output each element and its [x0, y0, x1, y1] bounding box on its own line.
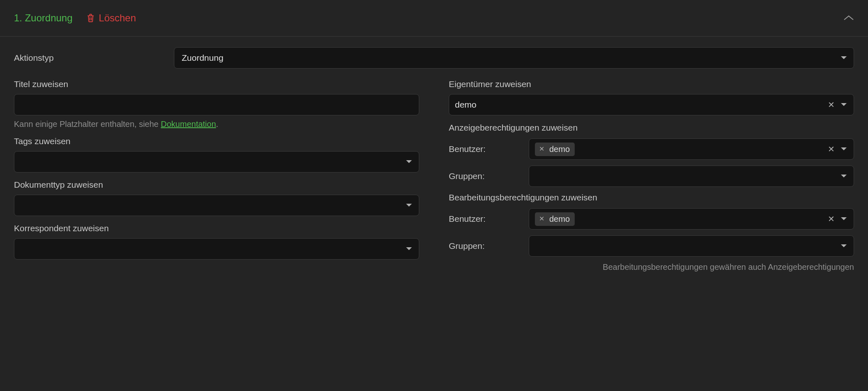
caret-down-icon	[841, 217, 847, 221]
assign-tags-select[interactable]	[14, 151, 419, 172]
clear-icon[interactable]: ✕	[828, 101, 835, 109]
edit-perms-label: Bearbeitungsberechtigungen zuweisen	[449, 193, 854, 202]
action-type-value: Zuordnung	[182, 53, 846, 63]
assign-correspondent-label: Korrespondent zuweisen	[14, 223, 419, 233]
clear-icon[interactable]: ✕	[828, 145, 835, 153]
view-users-select[interactable]: ✕ demo ✕	[529, 138, 854, 160]
trash-icon	[87, 14, 95, 23]
assign-owner-select[interactable]: demo ✕	[449, 94, 854, 115]
view-perms-label: Anzeigeberechtigungen zuweisen	[449, 123, 854, 133]
chip-remove-icon[interactable]: ✕	[539, 216, 544, 222]
view-groups-select[interactable]	[529, 166, 854, 187]
caret-down-icon	[406, 247, 412, 251]
assign-doctype-label: Dokumenttyp zuweisen	[14, 180, 419, 190]
assign-title-input[interactable]	[14, 94, 419, 115]
delete-button[interactable]: Löschen	[87, 12, 136, 24]
user-chip: ✕ demo	[535, 212, 575, 226]
assign-owner-label: Eigentümer zuweisen	[449, 79, 854, 89]
clear-icon[interactable]: ✕	[828, 215, 835, 223]
user-chip: ✕ demo	[535, 143, 575, 156]
assign-doctype-select[interactable]	[14, 195, 419, 216]
collapse-toggle[interactable]	[843, 15, 854, 21]
edit-users-select[interactable]: ✕ demo ✕	[529, 208, 854, 230]
panel-header: 1. Zuordnung Löschen	[0, 0, 868, 37]
assign-correspondent-select[interactable]	[14, 238, 419, 260]
action-type-label: Aktionstyp	[14, 53, 174, 63]
panel-title: 1. Zuordnung	[14, 12, 73, 24]
view-users-label: Benutzer:	[449, 144, 529, 154]
caret-down-icon	[841, 103, 847, 107]
caret-down-icon	[841, 147, 847, 151]
chip-label: demo	[549, 214, 570, 224]
edit-groups-label: Gruppen:	[449, 241, 529, 251]
action-type-select[interactable]: Zuordnung	[174, 47, 854, 69]
caret-down-icon	[841, 56, 847, 60]
delete-button-label: Löschen	[99, 12, 136, 24]
assign-title-hint: Kann einige Platzhalter enthalten, siehe…	[14, 120, 419, 129]
edit-users-label: Benutzer:	[449, 214, 529, 224]
hint-suffix: .	[216, 120, 219, 129]
chip-label: demo	[549, 145, 570, 154]
edit-groups-select[interactable]	[529, 235, 854, 257]
documentation-link[interactable]: Dokumentation	[161, 120, 216, 129]
assign-title-label: Titel zuweisen	[14, 79, 419, 89]
assign-owner-value: demo	[455, 100, 848, 110]
edit-perms-note: Bearbeitungsberechtigungen gewähren auch…	[449, 262, 854, 272]
hint-prefix: Kann einige Platzhalter enthalten, siehe	[14, 120, 161, 129]
chip-remove-icon[interactable]: ✕	[539, 146, 544, 152]
view-groups-label: Gruppen:	[449, 171, 529, 181]
caret-down-icon	[406, 203, 412, 207]
caret-down-icon	[406, 160, 412, 164]
assign-tags-label: Tags zuweisen	[14, 136, 419, 146]
caret-down-icon	[841, 174, 847, 178]
caret-down-icon	[841, 244, 847, 248]
